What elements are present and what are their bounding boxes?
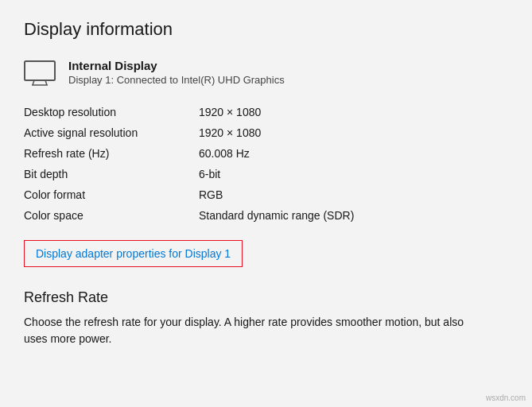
table-row: Bit depth6-bit bbox=[24, 164, 508, 184]
watermark: wsxdn.com bbox=[486, 393, 526, 402]
table-row: Color formatRGB bbox=[24, 184, 508, 205]
row-label: Desktop resolution bbox=[24, 102, 199, 122]
row-value: 1920 × 1080 bbox=[199, 122, 508, 143]
refresh-section-desc: Choose the refresh rate for your display… bbox=[24, 314, 485, 347]
page-title: Display information bbox=[24, 19, 508, 40]
row-label: Color format bbox=[24, 184, 199, 205]
adapter-link-box: Display adapter properties for Display 1 bbox=[24, 240, 243, 267]
row-value: Standard dynamic range (SDR) bbox=[199, 205, 508, 226]
row-value: RGB bbox=[199, 184, 508, 205]
refresh-section-title: Refresh Rate bbox=[24, 289, 508, 306]
display-name: Internal Display bbox=[68, 59, 285, 72]
svg-rect-0 bbox=[25, 61, 55, 80]
adapter-link[interactable]: Display adapter properties for Display 1 bbox=[36, 247, 231, 260]
row-value: 1920 × 1080 bbox=[199, 102, 508, 122]
row-value: 60.008 Hz bbox=[199, 143, 508, 164]
table-row: Desktop resolution1920 × 1080 bbox=[24, 102, 508, 122]
display-info-table: Desktop resolution1920 × 1080Active sign… bbox=[24, 102, 508, 226]
monitor-icon bbox=[24, 60, 56, 86]
row-value: 6-bit bbox=[199, 164, 508, 184]
display-header-text: Internal Display Display 1: Connected to… bbox=[68, 59, 285, 86]
row-label: Color space bbox=[24, 205, 199, 226]
table-row: Active signal resolution1920 × 1080 bbox=[24, 122, 508, 143]
display-subtitle: Display 1: Connected to Intel(R) UHD Gra… bbox=[68, 74, 285, 86]
table-row: Refresh rate (Hz)60.008 Hz bbox=[24, 143, 508, 164]
row-label: Active signal resolution bbox=[24, 122, 199, 143]
table-row: Color spaceStandard dynamic range (SDR) bbox=[24, 205, 508, 226]
display-header: Internal Display Display 1: Connected to… bbox=[24, 59, 508, 86]
row-label: Refresh rate (Hz) bbox=[24, 143, 199, 164]
row-label: Bit depth bbox=[24, 164, 199, 184]
